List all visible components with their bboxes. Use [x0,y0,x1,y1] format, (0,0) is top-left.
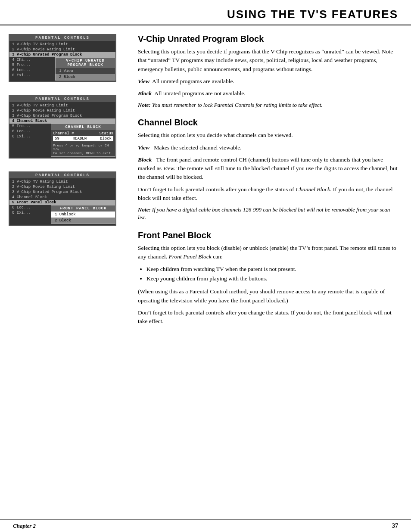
page-header: Using the TV's Features [0,0,411,25]
main-content: PARENTAL CONTROLS 1 V-Chip TV Rating Lim… [0,25,411,343]
channel-note-text: If you have a digital cable box channels… [138,206,390,221]
channel-reminder: Don’t forget to lock parental controls a… [138,185,398,203]
vchip-section-intro: Selecting this option lets you decide if… [138,47,398,109]
channel-col2: Status [100,131,113,136]
vchip-block-line: Block All unrated programs are not avail… [138,89,398,98]
channel-menu: 1 V-Chip TV Rating Limit 2 V-Chip Movie … [9,102,115,158]
vchip-menu-item-6: 6 Loc... [9,68,55,73]
vchip-screen: PARENTAL CONTROLS 1 V-Chip TV Rating Lim… [9,34,116,82]
channel-view-text: Makes the selected channel viewable. [154,144,242,151]
channel-note-label: Note: [138,206,151,213]
channel-block-italic: Channel Block. [296,186,331,193]
channel-block-desc: The front panel and remote control CH (c… [138,156,398,180]
channel-menu-item-6: 6 Loc... [9,129,51,134]
channel-section-title: Channel Block [138,118,398,128]
vchip-block-text: All unrated programs are not available. [154,90,245,96]
channel-status: Block [100,137,112,141]
channel-section-body: Selecting this option lets you decide wh… [138,131,398,221]
channel-view-label: View [138,144,149,151]
channel-col1: Channel # [53,131,74,136]
fp-submenu-unblock: 1 Unblock [51,212,115,218]
fp-submenu-block: 2 Block [51,218,115,224]
fp-intro: Selecting this option lets you block (di… [138,244,398,261]
page-footer: Chapter 2 37 [0,520,411,532]
vchip-menu-item-1: 1 V-Chip TV Rating Limit [9,42,115,47]
channel-screen-title: PARENTAL CONTROLS [9,96,115,102]
vchip-view-line: View All unrated programs are available. [138,77,398,86]
fp-menu-item-2: 2 V-Chip Movie Rating Limit [9,184,115,190]
footer-chapter: Chapter 2 [13,523,36,529]
channel-menu-item-4: 4 Channel Block [9,118,115,124]
fp-bullet-2: Keep young children from playing with th… [146,274,398,283]
fp-italic: Front Panel Block [169,253,212,260]
fp-bullet-1: Keep children from watching TV when the … [146,264,398,274]
vchip-menu-item-5: 5 Fro... [9,62,55,68]
vchip-note-text: You must remember to lock Parental Contr… [152,102,323,108]
channel-note: Note: If you have a digital cable box ch… [138,206,398,221]
channel-menu-item-0: 0 Exi... [9,134,51,139]
vchip-note: Note: You must remember to lock Parental… [138,101,398,109]
frontpanel-screen-title: PARENTAL CONTROLS [9,172,115,178]
vchip-intro-text: Selecting this option lets you decide if… [138,47,398,74]
channel-menu-item-1: 1 V-Chip TV Rating Limit [9,103,115,108]
channel-menu-item-2: 2 V-Chip Movie Rating Limit [9,108,115,113]
channel-menu-item-3: 3 V-Chip Unrated Program Block [9,113,115,118]
vchip-menu-item-2: 2 V-Chip Movie Rating Limit [9,47,115,52]
channel-num: 59 [55,137,59,141]
footer-page-number: 37 [392,523,398,529]
vchip-menu: 1 V-Chip TV Rating Limit 2 V-Chip Movie … [9,41,115,81]
vchip-view-text: All unrated programs are available. [152,78,234,84]
frontpanel-menu: 1 V-Chip TV Rating Limit 2 V-Chip Movie … [9,178,115,225]
channel-table-row: 59 HEADLN Block [53,136,113,141]
vchip-menu-item-0: 0 Exi... [9,73,55,78]
left-column: PARENTAL CONTROLS 1 V-Chip TV Rating Lim… [0,34,129,334]
channel-screen: PARENTAL CONTROLS 1 V-Chip TV Rating Lim… [9,95,116,159]
channel-section: Channel Block Selecting this option lets… [138,118,398,221]
right-column: V-Chip Unrated Program Block Selecting t… [129,34,411,334]
channel-view-italic: View. [163,165,175,171]
fp-parens: (When using this as a Parental Control m… [138,287,398,305]
fp-reminder: Don’t forget to lock parental controls a… [138,308,398,326]
channel-table-header: Channel # Status [53,131,113,136]
fp-menu-item-3: 3 V-Chip Unrated Program Block [9,190,115,195]
fp-bullet-list: Keep children from watching TV when the … [138,264,398,283]
fp-section-title: Front Panel Block [138,230,398,240]
vchip-section: V-Chip Unrated Program Block Selecting t… [138,34,398,109]
channel-block-label: Block [138,156,152,163]
vchip-submenu-view: 1 View [56,68,115,74]
fp-section-body: Selecting this option lets you block (di… [138,244,398,326]
fp-menu-item-0: 0 Exi... [9,210,51,215]
vchip-screen-title: PARENTAL CONTROLS [9,35,115,41]
fp-menu-item-6: 6 Loc... [9,205,51,210]
vchip-submenu-block: 2 Block [56,74,115,80]
channel-block-line: Block The front panel and remote control… [138,156,398,182]
vchip-note-label: Note: [138,102,151,108]
vchip-view-label: View [138,78,149,84]
frontpanel-section: Front Panel Block Selecting this option … [138,230,398,326]
fp-menu-item-4: 4 Channel Block [9,195,115,200]
channel-intro: Selecting this option lets you decide wh… [138,131,398,140]
fp-submenu-title: FRONT PANEL BLOCK [51,205,115,212]
channel-menu-item-5: 5 Fro... [9,124,51,129]
channel-submenu-title: CHANNEL BLOCK [51,124,115,130]
channel-note: Press ^ or v, keypad, or CH ^/vto set ch… [51,142,115,156]
fp-menu-item-1: 1 V-Chip TV Rating Limit [9,179,115,184]
vchip-submenu-title: V-CHIP UNRATED PROGRAM BLOCK [56,58,115,68]
channel-table: Channel # Status 59 HEADLN Block [51,130,115,142]
page-title: Using the TV's Features [13,8,398,21]
vchip-menu-item-4: 4 Cha... [9,57,55,62]
channel-name: HEADLN [73,137,87,141]
vchip-section-title: V-Chip Unrated Program Block [138,34,398,44]
channel-view-line: View Makes the selected channel viewable… [138,143,398,152]
frontpanel-screen: PARENTAL CONTROLS 1 V-Chip TV Rating Lim… [9,171,116,226]
vchip-menu-item-3: 3 V-Chip Unrated Program Block [9,52,115,57]
vchip-block-label: Block [138,90,152,96]
fp-menu-item-5: 5 Front Panel Block [9,200,115,205]
